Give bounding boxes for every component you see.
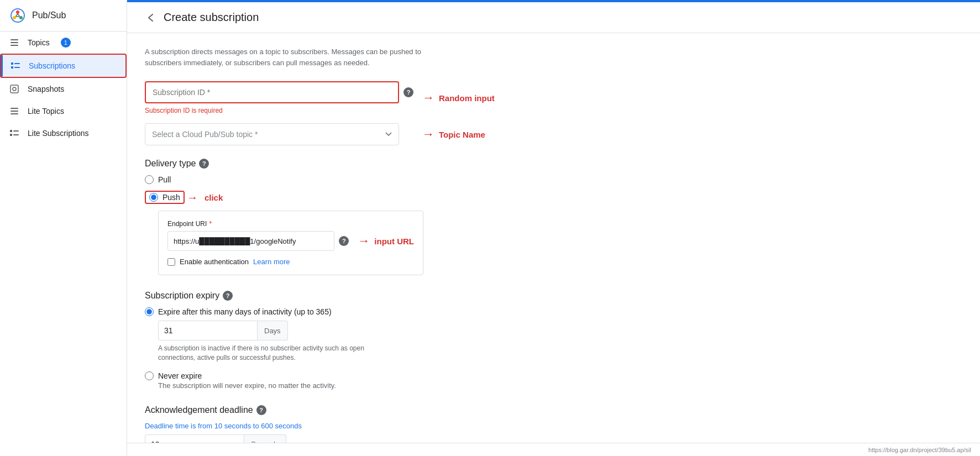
ack-seconds-input[interactable] bbox=[145, 434, 244, 443]
form-container: A subscription directs messages on a top… bbox=[127, 33, 625, 443]
push-radio[interactable] bbox=[149, 193, 158, 202]
never-expire-label: Never expire bbox=[158, 371, 202, 380]
sidebar-label-lite-subscriptions: Lite Subscriptions bbox=[28, 129, 89, 138]
svg-rect-8 bbox=[11, 42, 18, 43]
never-expire-option[interactable]: Never expire bbox=[145, 371, 607, 380]
expire-option[interactable]: Expire after this many days of inactivit… bbox=[145, 307, 607, 316]
endpoint-annotation: input URL bbox=[374, 237, 414, 246]
svg-rect-21 bbox=[10, 134, 12, 136]
subscriptions-icon bbox=[10, 60, 21, 71]
delivery-pull-option[interactable]: Pull bbox=[145, 175, 607, 184]
topics-badge: 1 bbox=[61, 38, 71, 48]
push-label: Push bbox=[163, 193, 180, 202]
svg-rect-18 bbox=[11, 113, 18, 114]
lite-subscriptions-icon bbox=[9, 128, 20, 139]
endpoint-arrow: → bbox=[358, 234, 370, 248]
svg-rect-13 bbox=[14, 67, 20, 68]
topic-select[interactable]: Select a Cloud Pub/Sub topic * bbox=[145, 123, 399, 145]
svg-line-5 bbox=[16, 14, 18, 17]
ack-hint: Deadline time is from 10 seconds to 600 … bbox=[145, 422, 607, 430]
push-click-label: click bbox=[205, 193, 223, 202]
days-input[interactable] bbox=[158, 321, 258, 340]
sidebar-label-subscriptions: Subscriptions bbox=[29, 61, 75, 70]
never-expire-hint: The subscription will never expire, no m… bbox=[158, 381, 607, 390]
svg-rect-22 bbox=[13, 134, 19, 135]
never-expire-group: Never expire The subscription will never… bbox=[145, 371, 607, 390]
expire-option-group: Expire after this many days of inactivit… bbox=[145, 307, 607, 363]
ack-title: Acknowledgement deadline ? bbox=[145, 405, 607, 415]
auth-checkbox[interactable] bbox=[167, 258, 175, 266]
push-radio-border: Push bbox=[145, 191, 185, 204]
delivery-type-section: Delivery type ? Pull Push bbox=[145, 159, 607, 275]
svg-line-4 bbox=[18, 14, 20, 17]
svg-point-15 bbox=[13, 87, 16, 91]
content-area: Create subscription A subscription direc… bbox=[127, 2, 980, 443]
topics-icon bbox=[9, 37, 20, 48]
main-content: Create subscription A subscription direc… bbox=[127, 0, 980, 456]
snapshots-icon bbox=[9, 83, 20, 95]
topic-select-field: Select a Cloud Pub/Sub topic * bbox=[145, 123, 413, 145]
days-input-row: Days bbox=[158, 321, 607, 340]
sidebar: Pub/Sub Topics 1 Subscriptions bbox=[0, 0, 127, 456]
app-logo bbox=[9, 7, 27, 24]
delivery-push-option[interactable]: Push bbox=[149, 193, 180, 202]
delivery-type-help[interactable]: ? bbox=[199, 159, 209, 169]
page-description: A subscription directs messages on a top… bbox=[145, 46, 432, 68]
subscription-id-arrow: → bbox=[422, 91, 434, 105]
expiry-section: Subscription expiry ? Expire after this … bbox=[145, 291, 607, 390]
seconds-unit: Seconds bbox=[244, 434, 286, 443]
svg-rect-7 bbox=[11, 39, 18, 40]
svg-rect-12 bbox=[11, 66, 13, 69]
endpoint-input-wrap bbox=[167, 231, 334, 251]
pull-label: Pull bbox=[158, 175, 171, 184]
expiry-title: Subscription expiry ? bbox=[145, 291, 607, 301]
push-section: Endpoint URI * ? → input URL Enable auth… bbox=[158, 211, 423, 275]
auth-label: Enable authentication bbox=[180, 258, 249, 266]
pull-radio[interactable] bbox=[145, 175, 154, 184]
endpoint-url-input[interactable] bbox=[167, 231, 334, 251]
svg-rect-9 bbox=[11, 45, 18, 46]
sidebar-item-topics[interactable]: Topics 1 bbox=[0, 32, 127, 54]
expiry-options: Expire after this many days of inactivit… bbox=[145, 307, 607, 390]
ack-help[interactable]: ? bbox=[256, 405, 266, 415]
svg-rect-20 bbox=[13, 130, 19, 132]
sidebar-item-snapshots[interactable]: Snapshots bbox=[0, 78, 127, 100]
expiry-help[interactable]: ? bbox=[223, 291, 233, 301]
svg-point-1 bbox=[16, 11, 19, 14]
svg-rect-14 bbox=[11, 85, 18, 93]
svg-point-2 bbox=[19, 16, 23, 19]
expire-radio[interactable] bbox=[145, 307, 154, 316]
topic-name-annotation: Topic Name bbox=[439, 130, 485, 139]
endpoint-label: Endpoint URI * bbox=[167, 220, 414, 228]
lite-topics-icon bbox=[9, 106, 20, 117]
auth-row: Enable authentication Learn more bbox=[167, 258, 414, 266]
subscription-id-input[interactable] bbox=[145, 81, 399, 103]
endpoint-input-row: ? → input URL bbox=[167, 231, 414, 251]
sidebar-label-lite-topics: Lite Topics bbox=[28, 107, 64, 116]
delivery-type-options: Pull Push → click bbox=[145, 175, 607, 204]
topic-select-row: Select a Cloud Pub/Sub topic * → Topic N… bbox=[145, 123, 607, 145]
endpoint-help[interactable]: ? bbox=[339, 236, 349, 246]
status-url: https://blog.gar.dn/project/39bu5.ap/sil bbox=[868, 447, 971, 453]
never-expire-radio[interactable] bbox=[145, 371, 154, 380]
back-button[interactable] bbox=[145, 12, 157, 24]
push-click-arrow: → bbox=[187, 191, 198, 204]
endpoint-required: * bbox=[209, 220, 212, 228]
sidebar-item-lite-topics[interactable]: Lite Topics bbox=[0, 100, 127, 122]
learn-more-link[interactable]: Learn more bbox=[253, 258, 290, 266]
subscription-id-error: Subscription ID is required bbox=[145, 107, 413, 114]
sidebar-item-lite-subscriptions[interactable]: Lite Subscriptions bbox=[0, 122, 127, 144]
subscription-id-help[interactable]: ? bbox=[403, 87, 413, 97]
topic-name-arrow: → bbox=[422, 127, 434, 141]
svg-point-3 bbox=[13, 16, 16, 19]
expire-label: Expire after this many days of inactivit… bbox=[158, 307, 332, 316]
inactive-hint: A subscription is inactive if there is n… bbox=[158, 344, 401, 363]
sidebar-header: Pub/Sub bbox=[0, 0, 127, 32]
svg-rect-11 bbox=[14, 63, 20, 64]
sidebar-item-subscriptions[interactable]: Subscriptions bbox=[0, 54, 127, 78]
svg-rect-19 bbox=[10, 130, 12, 132]
app-title: Pub/Sub bbox=[32, 11, 66, 20]
seconds-input-row: Seconds bbox=[145, 434, 607, 443]
subscription-id-row: ? Subscription ID is required → Random i… bbox=[145, 81, 607, 114]
subscription-id-input-row: ? bbox=[145, 81, 413, 103]
